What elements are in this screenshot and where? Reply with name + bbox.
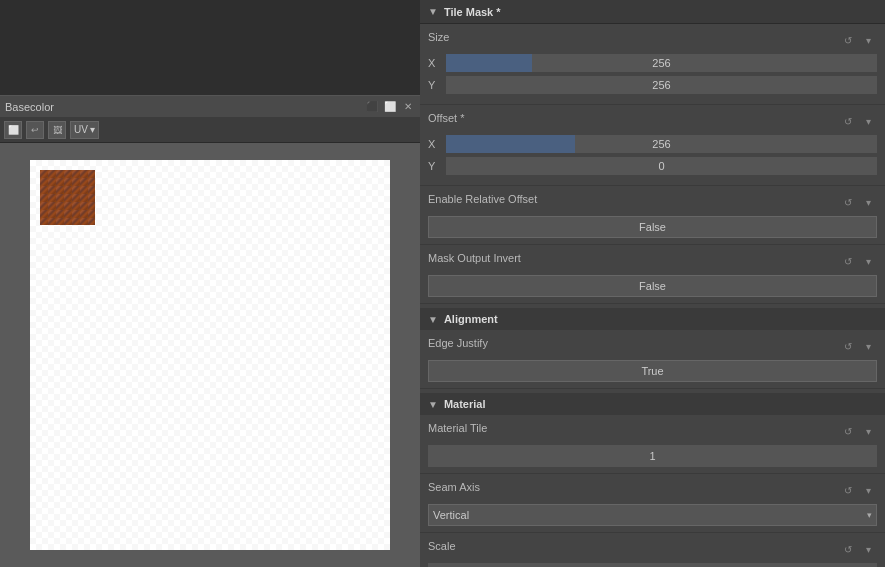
material-title: Material — [444, 398, 486, 410]
offset-controls: ↺ ▾ — [839, 112, 877, 130]
material-tile-header: Material Tile ↺ ▾ — [428, 421, 877, 441]
edge-justify-reset-icon[interactable]: ↺ — [839, 337, 857, 355]
scale-label: Scale — [428, 540, 456, 552]
offset-x-row: X 256 — [428, 135, 877, 153]
edge-justify-label: Edge Justify — [428, 337, 488, 349]
material-tile-field[interactable]: 1 — [428, 445, 877, 467]
collapse-arrow: ▼ — [428, 6, 438, 17]
material-section-header[interactable]: ▼ Material — [420, 393, 885, 415]
tile-mask-title: Tile Mask * — [444, 6, 501, 18]
offset-x-value: 256 — [652, 138, 670, 150]
size-x-field[interactable]: 256 — [446, 54, 877, 72]
left-panel: Basecolor ⬛ ⬜ ✕ ⬜ ↩ 🖼 UV ▾ — [0, 0, 420, 567]
scale-field[interactable]: 1 — [428, 563, 877, 567]
material-tile-value: 1 — [649, 450, 655, 462]
offset-y-field[interactable]: 0 — [446, 157, 877, 175]
material-arrow: ▼ — [428, 399, 438, 410]
size-y-value: 256 — [652, 79, 670, 91]
size-y-row: Y 256 — [428, 76, 877, 94]
save-icon[interactable]: ⬛ — [365, 100, 379, 114]
seam-axis-label: Seam Axis — [428, 481, 480, 493]
toolbar-bar: ⬜ ↩ 🖼 UV ▾ — [0, 117, 420, 143]
enable-relative-offset-header: Enable Relative Offset ↺ ▾ — [428, 192, 877, 212]
offset-arrow-icon[interactable]: ▾ — [859, 112, 877, 130]
seam-axis-dropdown-arrow: ▾ — [867, 510, 872, 520]
material-tile-arrow-icon[interactable]: ▾ — [859, 422, 877, 440]
edge-justify-header: Edge Justify ↺ ▾ — [428, 336, 877, 356]
enable-relative-offset-value: False — [639, 221, 666, 233]
size-controls: ↺ ▾ — [839, 31, 877, 49]
basecolor-title: Basecolor — [5, 101, 54, 113]
enable-relative-offset-controls: ↺ ▾ — [839, 193, 877, 211]
offset-y-row: Y 0 — [428, 157, 877, 175]
edge-justify-btn[interactable]: True — [428, 360, 877, 382]
size-x-label: X — [428, 57, 446, 69]
mask-output-arrow-icon[interactable]: ▾ — [859, 252, 877, 270]
offset-label: Offset * — [428, 112, 464, 124]
edge-justify-group: Edge Justify ↺ ▾ True — [420, 330, 885, 389]
uv-dropdown[interactable]: UV ▾ — [70, 121, 99, 139]
mask-output-invert-header: Mask Output Invert ↺ ▾ — [428, 251, 877, 271]
enable-relative-arrow-icon[interactable]: ▾ — [859, 193, 877, 211]
material-tile-label: Material Tile — [428, 422, 487, 434]
close-icon[interactable]: ✕ — [401, 100, 415, 114]
toolbar-icon-3[interactable]: 🖼 — [48, 121, 66, 139]
toolbar-icon-1[interactable]: ⬜ — [4, 121, 22, 139]
size-reset-icon[interactable]: ↺ — [839, 31, 857, 49]
alignment-arrow: ▼ — [428, 314, 438, 325]
toolbar-icon-2[interactable]: ↩ — [26, 121, 44, 139]
scale-header: Scale ↺ ▾ — [428, 539, 877, 559]
alignment-title: Alignment — [444, 313, 498, 325]
seam-axis-group: Seam Axis ↺ ▾ Vertical ▾ — [420, 474, 885, 533]
tile-mask-header[interactable]: ▼ Tile Mask * — [420, 0, 885, 24]
scale-reset-icon[interactable]: ↺ — [839, 540, 857, 558]
offset-y-value: 0 — [658, 160, 664, 172]
scale-arrow-icon[interactable]: ▾ — [859, 540, 877, 558]
canvas-area — [0, 143, 420, 567]
offset-y-label: Y — [428, 160, 446, 172]
enable-relative-reset-icon[interactable]: ↺ — [839, 193, 857, 211]
edge-justify-value: True — [641, 365, 663, 377]
mask-output-invert-controls: ↺ ▾ — [839, 252, 877, 270]
alignment-section-header[interactable]: ▼ Alignment — [420, 308, 885, 330]
maximize-icon[interactable]: ⬜ — [383, 100, 397, 114]
properties-area: Size ↺ ▾ X 256 Y 256 — [420, 24, 885, 567]
size-x-row: X 256 — [428, 54, 877, 72]
mask-output-invert-label: Mask Output Invert — [428, 252, 521, 264]
size-arrow-icon[interactable]: ▾ — [859, 31, 877, 49]
size-y-label: Y — [428, 79, 446, 91]
offset-x-field[interactable]: 256 — [446, 135, 877, 153]
header-icons: ⬛ ⬜ ✕ — [365, 100, 415, 114]
size-y-field[interactable]: 256 — [446, 76, 877, 94]
mask-output-invert-btn[interactable]: False — [428, 275, 877, 297]
wood-tile — [40, 170, 95, 225]
mask-output-invert-group: Mask Output Invert ↺ ▾ False — [420, 245, 885, 304]
size-header-row: Size ↺ ▾ — [428, 30, 877, 50]
material-tile-group: Material Tile ↺ ▾ 1 — [420, 415, 885, 474]
material-tile-reset-icon[interactable]: ↺ — [839, 422, 857, 440]
size-label: Size — [428, 31, 449, 43]
seam-axis-header: Seam Axis ↺ ▾ — [428, 480, 877, 500]
seam-axis-arrow-icon[interactable]: ▾ — [859, 481, 877, 499]
enable-relative-offset-label: Enable Relative Offset — [428, 193, 537, 205]
seam-axis-dropdown[interactable]: Vertical ▾ — [428, 504, 877, 526]
seam-axis-controls: ↺ ▾ — [839, 481, 877, 499]
offset-header-row: Offset * ↺ ▾ — [428, 111, 877, 131]
seam-axis-value: Vertical — [433, 509, 469, 521]
edge-justify-arrow-icon[interactable]: ▾ — [859, 337, 877, 355]
edge-justify-controls: ↺ ▾ — [839, 337, 877, 355]
scale-group: Scale ↺ ▾ 1 — [420, 533, 885, 567]
checkerboard-bg — [30, 160, 390, 550]
size-group: Size ↺ ▾ X 256 Y 256 — [420, 24, 885, 105]
offset-x-label: X — [428, 138, 446, 150]
offset-reset-icon[interactable]: ↺ — [839, 112, 857, 130]
uv-label: UV — [74, 124, 88, 135]
mask-output-reset-icon[interactable]: ↺ — [839, 252, 857, 270]
seam-axis-reset-icon[interactable]: ↺ — [839, 481, 857, 499]
dropdown-arrow: ▾ — [90, 124, 95, 135]
basecolor-header: Basecolor ⬛ ⬜ ✕ — [0, 95, 420, 117]
material-tile-controls: ↺ ▾ — [839, 422, 877, 440]
enable-relative-offset-btn[interactable]: False — [428, 216, 877, 238]
left-top-area — [0, 0, 420, 95]
canvas-content — [30, 160, 390, 550]
